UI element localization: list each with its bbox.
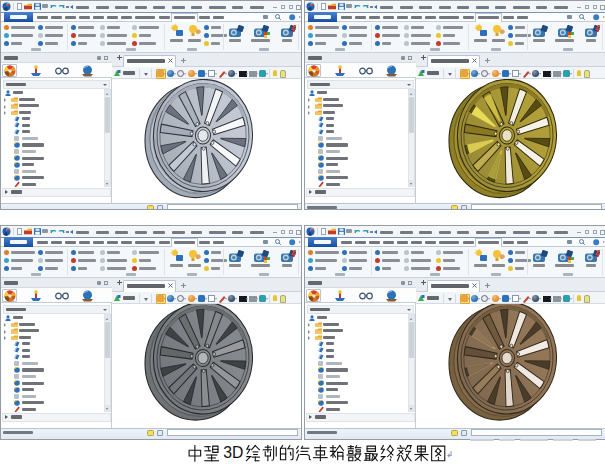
svg-text:3D: 3D [223, 444, 243, 461]
